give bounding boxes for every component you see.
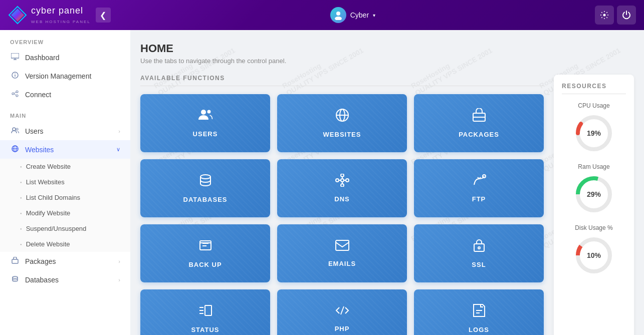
databases-card-icon [198,173,212,191]
sidebar-subitem-suspend-unsuspend[interactable]: Suspend/Unsuspend [0,221,130,236]
page-title: HOME [140,42,634,55]
globe-icon [10,145,20,154]
svg-point-30 [341,174,344,177]
disk-usage-item: Disk Usage % 10% [562,224,626,275]
function-card-users[interactable]: USERS [140,94,270,152]
logo-title: cyber panel [31,6,83,16]
svg-point-3 [335,17,342,20]
subitem-label: Modify Website [26,209,71,217]
sidebar-item-version-management[interactable]: Version Management [0,67,130,85]
ftp-card-icon [472,174,487,190]
arrow-right-icon: › [118,128,120,134]
sidebar-subitem-delete-website[interactable]: Delete Website [0,236,130,252]
function-card-php[interactable]: PHP [277,289,407,335]
svg-point-28 [200,175,210,179]
sidebar: OVERVIEW Dashboard Version Management Co… [0,30,130,335]
svg-point-4 [603,14,606,17]
svg-point-29 [336,179,339,182]
function-card-databases[interactable]: DATABASES [140,159,270,217]
avatar [330,7,346,23]
function-card-logs[interactable]: LOGS [414,289,544,335]
sidebar-item-websites[interactable]: Websites ∨ [0,140,130,159]
function-card-packages[interactable]: PACKAGES [414,94,544,152]
svg-point-20 [13,276,18,278]
sidebar-item-databases[interactable]: Databases › [0,270,130,289]
functions-grid: USERS WEBSITES PACKAGES [140,94,544,335]
sidebar-item-label: Databases [25,276,113,284]
monitor-icon [10,53,20,62]
function-card-backup[interactable]: BACK UP [140,224,270,282]
sidebar-subitem-create-website[interactable]: Create Website [0,159,130,174]
svg-point-31 [346,179,349,182]
svg-point-32 [341,184,344,187]
connect-icon [10,90,20,99]
svg-point-15 [16,128,18,130]
power-button[interactable] [617,6,636,25]
sidebar-toggle-button[interactable]: ❮ [96,8,111,23]
svg-point-44 [478,247,480,249]
arrow-right-icon: › [118,258,120,264]
disk-label: Disk Usage % [562,224,626,231]
svg-line-13 [14,94,16,96]
status-card-icon [198,303,212,321]
cpu-usage-item: CPU Usage 19% [562,102,626,153]
functions-section: AVAILABLE FUNCTIONS USERS WE [140,75,544,335]
page-subtitle: Use the tabs to navigate through the con… [140,57,634,65]
function-label: DATABASES [183,196,228,203]
backup-card-icon [198,238,212,256]
username-label: Cyber [350,11,369,19]
function-label: SSL [472,261,486,268]
sidebar-subitem-list-websites[interactable]: List Websites [0,174,130,190]
ram-usage-item: Ram Usage 29% [562,163,626,214]
svg-line-49 [341,306,344,314]
sidebar-item-dashboard[interactable]: Dashboard [0,48,130,67]
sidebar-subitem-list-child-domains[interactable]: List Child Domains [0,190,130,205]
user-menu[interactable]: Cyber ▾ [330,7,375,23]
svg-point-24 [340,109,345,121]
user-dropdown-chevron[interactable]: ▾ [373,13,375,18]
sidebar-item-packages[interactable]: Packages › [0,252,130,270]
subitem-label: Delete Website [26,240,70,248]
svg-rect-39 [200,241,211,250]
resources-title: RESOURCES [562,83,626,94]
body-layout: OVERVIEW Dashboard Version Management Co… [0,30,644,335]
sidebar-item-connect[interactable]: Connect [0,85,130,104]
svg-rect-43 [474,244,484,251]
power-icon [622,11,631,20]
function-card-websites[interactable]: WEBSITES [277,94,407,152]
sidebar-item-users[interactable]: Users › [0,122,130,140]
function-label: BACK UP [188,261,222,268]
svg-rect-42 [336,240,349,250]
sidebar-item-label: Users [25,127,113,135]
logo-subtitle: WEB HOSTING PANEL [31,20,91,24]
svg-point-38 [483,175,486,178]
svg-point-23 [336,109,348,121]
database-icon [10,275,20,284]
function-label: FTP [472,195,486,203]
content-layout: AVAILABLE FUNCTIONS USERS WE [140,75,634,335]
dns-card-icon [335,174,350,190]
settings-button[interactable] [595,6,614,25]
function-card-emails[interactable]: EMAILS [277,224,407,282]
function-card-status[interactable]: STATUS [140,289,270,335]
subitem-label: List Child Domains [26,194,80,201]
svg-point-22 [207,110,210,114]
function-label: DNS [334,195,349,203]
function-label: USERS [193,130,218,138]
sidebar-item-label: Dashboard [25,54,120,62]
functions-header: AVAILABLE FUNCTIONS [140,75,544,86]
users-card-icon [198,109,213,125]
svg-point-11 [16,95,18,97]
function-card-ssl[interactable]: SSL [414,224,544,282]
svg-point-8 [15,73,16,74]
function-label: EMAILS [328,260,356,267]
svg-rect-48 [205,305,211,315]
logs-card-icon [473,303,486,321]
svg-line-12 [14,92,16,94]
svg-point-33 [341,179,344,182]
ram-percent: 29% [574,174,614,214]
function-card-ftp[interactable]: FTP [414,159,544,217]
function-card-dns[interactable]: DNS [277,159,407,217]
sidebar-subitem-modify-website[interactable]: Modify Website [0,205,130,221]
function-label: WEBSITES [323,131,361,138]
